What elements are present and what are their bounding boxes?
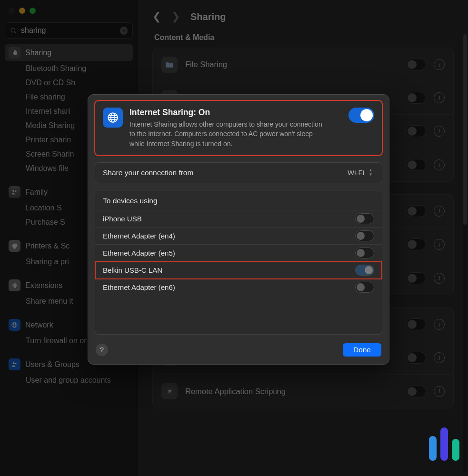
toggle[interactable] [406,159,426,171]
sidebar-item-label: Sharing [25,49,51,57]
sidebar-item-label: Location S [26,204,62,212]
search-input[interactable] [21,26,116,35]
scrollbar-thumb[interactable] [463,34,467,225]
info-button[interactable]: i [434,386,445,397]
sidebar-item-label: Users & Groups [25,360,80,369]
device-toggle[interactable] [355,282,374,293]
toggle[interactable] [406,238,426,250]
nav-back-button[interactable]: ❮ [152,10,161,23]
sidebar-item-bluetooth-sharing[interactable]: Bluetooth Sharing [5,62,133,75]
folder-icon [161,57,178,73]
sidebar-item-label: File sharing [26,93,65,101]
toggle-file-sharing[interactable] [406,59,426,70]
sidebar-item-label: Sharing a pri [26,258,69,266]
svg-rect-6 [13,247,16,248]
toggle[interactable] [406,92,426,104]
toggle[interactable] [406,205,426,217]
globe-icon [103,108,123,128]
sidebar-item-label: Printer sharin [26,136,71,144]
done-button[interactable]: Done [343,343,381,357]
section-title-content-media: Content & Media [154,33,454,42]
device-label: Ethernet Adapter (en6) [103,283,175,291]
info-button[interactable]: i [434,273,445,284]
fullscreen-window-button[interactable] [30,8,36,14]
device-row[interactable]: Belkin USB-C LAN [95,262,382,279]
sidebar-item-label: Bluetooth Sharing [26,64,86,73]
toggle-remote-scripting[interactable] [406,386,426,397]
devices-header: To devices using [95,190,382,210]
sidebar-item-label: Screen Sharin [26,150,74,159]
device-toggle[interactable] [355,265,374,276]
toggle[interactable] [406,318,426,330]
page-title: Sharing [190,11,226,22]
search-icon [10,27,17,34]
device-toggle[interactable] [355,230,374,241]
brand-bar [452,439,459,461]
hand-icon [9,47,20,59]
internet-sharing-modal: Internet Sharing: On Internet Sharing al… [88,94,389,365]
sidebar-item-label: Extensions [25,281,62,290]
device-row[interactable]: Ethernet Adapter (en4) [95,228,382,245]
window-controls [5,3,133,22]
info-button[interactable]: i [434,92,445,103]
sidebar-item-sharing[interactable]: Sharing [5,44,133,61]
script-icon [161,383,178,399]
sidebar-item-label: Turn firewall on or off [26,337,97,345]
close-window-button[interactable] [9,8,15,14]
device-toggle[interactable] [355,213,374,224]
nav-forward-button[interactable]: ❯ [171,10,180,23]
svg-line-1 [14,31,16,33]
toggle-internet-sharing[interactable] [349,108,374,123]
svg-point-3 [15,190,17,192]
printer-icon [9,240,20,252]
select-value-text: Wi-Fi [348,169,364,177]
device-toggle[interactable] [355,248,374,258]
toggle[interactable] [406,125,426,137]
main-header: ❮ ❯ Sharing [152,10,454,23]
clear-search-icon[interactable]: ✕ [120,27,128,35]
device-label: Ethernet Adapter (en4) [103,232,175,240]
sidebar-item-label: Media Sharing [26,121,75,130]
toggle-remote-login[interactable] [406,352,426,364]
devices-block: To devices using iPhone USBEthernet Adap… [95,190,382,335]
sidebar-search[interactable]: ✕ [5,22,133,39]
svg-point-0 [11,28,15,32]
sidebar-item-label: Internet shari [26,107,70,116]
row-file-sharing[interactable]: File Sharing i [153,48,453,81]
device-label: Ethernet Adapter (en5) [103,249,175,257]
info-button[interactable]: i [434,159,445,170]
device-row[interactable]: Ethernet Adapter (en5) [95,245,382,262]
status-description: Internet Sharing allows other computers … [129,119,329,149]
row-label: Remote Application Scripting [185,387,398,396]
sidebar-item-label: Family [25,188,48,197]
brand-bar [429,436,437,461]
device-row[interactable]: iPhone USB [95,210,382,228]
sidebar-item-label: Purchase S [26,218,65,227]
info-button[interactable]: i [434,59,445,70]
toggle[interactable] [406,272,426,284]
info-button[interactable]: i [434,126,445,137]
chevron-up-down-icon: ▲▼ [367,169,374,177]
sidebar-item-dvd-sharing[interactable]: DVD or CD Sh [5,76,133,89]
brand-widget [429,427,459,461]
row-remote-scripting[interactable]: Remote Application Scripting i [153,375,453,408]
globe-icon [9,319,20,331]
info-button[interactable]: i [434,206,445,217]
sidebar-item-label: Network [25,321,53,329]
device-row[interactable]: Ethernet Adapter (en6) [95,279,382,296]
sidebar-item-label: DVD or CD Sh [26,79,75,87]
svg-rect-4 [12,243,16,245]
info-button[interactable]: i [434,352,445,363]
share-from-select[interactable]: Wi-Fi ▲▼ [348,169,374,177]
family-icon [9,186,20,198]
info-button[interactable]: i [434,239,445,250]
sidebar-item-users-sub[interactable]: User and group accounts [5,374,133,387]
share-from-label: Share your connection from [103,169,193,177]
minimize-window-button[interactable] [19,8,25,14]
info-button[interactable]: i [434,319,445,330]
status-block: Internet Sharing: On Internet Sharing al… [95,100,382,156]
help-button[interactable]: ? [96,344,108,356]
row-label: File Sharing [185,60,398,69]
status-title: Internet Sharing: On [129,108,342,118]
sidebar-item-label: Share menu it [26,297,73,306]
